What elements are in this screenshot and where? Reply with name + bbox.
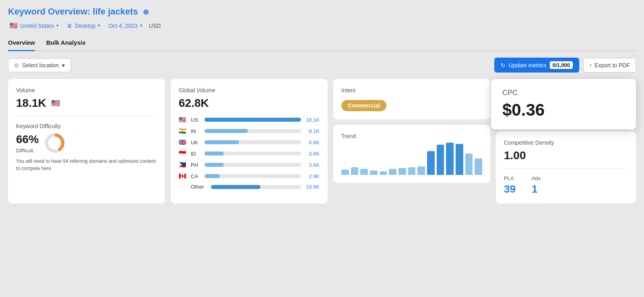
flag-us: 🇺🇸 <box>179 116 188 123</box>
country-row-ph: 🇵🇭 PH 3.6K <box>179 161 320 168</box>
bar-track-uk <box>204 140 301 144</box>
flag-uk: 🇬🇧 <box>179 139 188 146</box>
page-title: Keyword Overview: life jackets ⊕ <box>8 6 636 17</box>
location-pin-icon: ⊙ <box>14 62 19 69</box>
bar-track-in <box>204 129 301 133</box>
intent-trend-col: Intent Commercial Trend <box>333 79 490 204</box>
pla-label: PLA <box>504 175 516 181</box>
bar-fill-us <box>204 118 301 122</box>
intent-label: Intent <box>341 87 482 93</box>
export-label: Export to PDF <box>594 62 630 69</box>
trend-bar-8 <box>417 166 425 175</box>
ads-item: Ads 1 <box>532 175 541 195</box>
trend-bar-10 <box>437 145 444 175</box>
difficulty-text: Difficult <box>16 147 39 154</box>
bar-fill-ph <box>204 163 224 167</box>
code-ca: CA <box>191 173 201 179</box>
trend-bar-1 <box>351 167 359 175</box>
bar-fill-uk <box>204 140 239 144</box>
update-metrics-button[interactable]: ↻ Update metrics 0/1,000 <box>494 58 580 73</box>
counter-badge: 0/1,000 <box>550 61 573 69</box>
toolbar-row: 🇺🇸 United States ▾ 🖥 Desktop ▾ Oct 4, 20… <box>8 21 636 30</box>
bar-track-other <box>211 185 301 189</box>
currency-label: USD <box>149 23 161 29</box>
device-icon: 🖥 <box>67 23 72 29</box>
date-chevron-icon: ▾ <box>140 23 142 28</box>
date-selector[interactable]: Oct 4, 2023 ▾ <box>107 22 144 30</box>
flag-ca: 🇨🇦 <box>179 172 188 180</box>
count-in: 8.1K <box>304 128 320 134</box>
flag-ph: 🇵🇭 <box>179 161 188 168</box>
controls-row: ⊙ Select location ▾ ↻ Update metrics 0/1… <box>8 58 636 73</box>
difficulty-number: 66% <box>16 133 39 146</box>
bar-track-ca <box>204 174 301 178</box>
count-uk: 6.6K <box>304 139 320 145</box>
trend-label: Trend <box>341 133 482 139</box>
export-pdf-button[interactable]: ↑ Export to PDF <box>583 58 636 73</box>
country-row-other: Other 19.9K <box>179 184 320 190</box>
device-chevron-icon: ▾ <box>98 23 100 28</box>
cpc-tooltip-card: CPC $0.36 <box>491 79 636 129</box>
country-row-ca: 🇨🇦 CA 2.9K <box>179 172 320 180</box>
trend-bar-14 <box>475 158 482 175</box>
select-location-label: Select location <box>22 62 59 69</box>
trend-bar-9 <box>427 151 435 175</box>
cpc-label: CPC <box>502 89 625 97</box>
ads-label: Ads <box>532 175 541 181</box>
country-row-in: 🇮🇳 IN 8.1K <box>179 127 320 135</box>
bar-track-us <box>204 118 301 122</box>
trend-bar-12 <box>456 144 463 175</box>
pla-item: PLA 39 <box>504 175 516 195</box>
title-prefix: Keyword Overview: <box>8 6 90 17</box>
trend-bar-7 <box>408 167 416 175</box>
code-id: ID <box>191 151 201 157</box>
location-flag: 🇺🇸 <box>10 22 18 29</box>
volume-flag: 🇺🇸 <box>51 99 60 108</box>
location-selector[interactable]: 🇺🇸 United States ▾ <box>8 21 60 30</box>
page-wrapper: Keyword Overview: life jackets ⊕ 🇺🇸 Unit… <box>0 0 644 297</box>
bar-track-ph <box>204 163 301 167</box>
ads-value: 1 <box>532 183 541 195</box>
global-volume-label: Global Volume <box>179 87 320 93</box>
location-label: United States <box>20 23 54 29</box>
bar-fill-in <box>204 129 248 133</box>
select-location-chevron: ▾ <box>62 62 65 69</box>
difficulty-value: 66% Difficult <box>16 133 39 154</box>
bar-fill-id <box>204 152 224 156</box>
difficulty-description: You will need to have 94 referring domai… <box>16 158 157 172</box>
export-icon: ↑ <box>589 62 592 69</box>
update-metrics-label: Update metrics <box>509 62 547 69</box>
tab-bulk-analysis[interactable]: Bulk Analysis <box>46 36 86 51</box>
trend-bar-0 <box>341 170 349 175</box>
add-keyword-icon[interactable]: ⊕ <box>143 8 149 16</box>
count-us: 18.1K <box>304 117 320 123</box>
bar-fill-other <box>211 185 260 189</box>
trend-card: Trend <box>333 125 490 183</box>
count-ca: 2.9K <box>304 173 320 179</box>
code-us: US <box>191 117 201 123</box>
volume-label: Volume <box>16 87 157 93</box>
device-selector[interactable]: 🖥 Desktop ▾ <box>65 22 102 30</box>
location-chevron-icon: ▾ <box>56 23 59 28</box>
code-uk: UK <box>191 139 201 145</box>
count-id: 3.6K <box>304 151 320 157</box>
bar-fill-ca <box>204 174 220 178</box>
pla-ads-row: PLA 39 Ads 1 <box>504 175 628 195</box>
intent-badge: Commercial <box>341 100 386 111</box>
comp-density-label: Competitive Density <box>504 139 628 146</box>
flag-id: 🇮🇩 <box>179 150 188 157</box>
volume-difficulty-card: Volume 18.1K 🇺🇸 Keyword Difficulty 66% D… <box>8 79 165 204</box>
code-other: Other <box>191 184 208 190</box>
trend-bar-6 <box>398 168 406 175</box>
cpc-value: $0.36 <box>502 100 625 120</box>
count-ph: 3.6K <box>304 162 320 168</box>
trend-bar-13 <box>465 154 473 175</box>
date-label: Oct 4, 2023 <box>108 23 137 29</box>
select-location-button[interactable]: ⊙ Select location ▾ <box>8 58 71 72</box>
volume-value: 18.1K <box>16 97 46 110</box>
difficulty-donut <box>44 133 65 154</box>
device-label: Desktop <box>75 23 95 29</box>
tab-overview[interactable]: Overview <box>8 36 35 51</box>
global-volume-value: 62.8K <box>179 97 320 110</box>
trend-bar-chart <box>341 143 482 175</box>
